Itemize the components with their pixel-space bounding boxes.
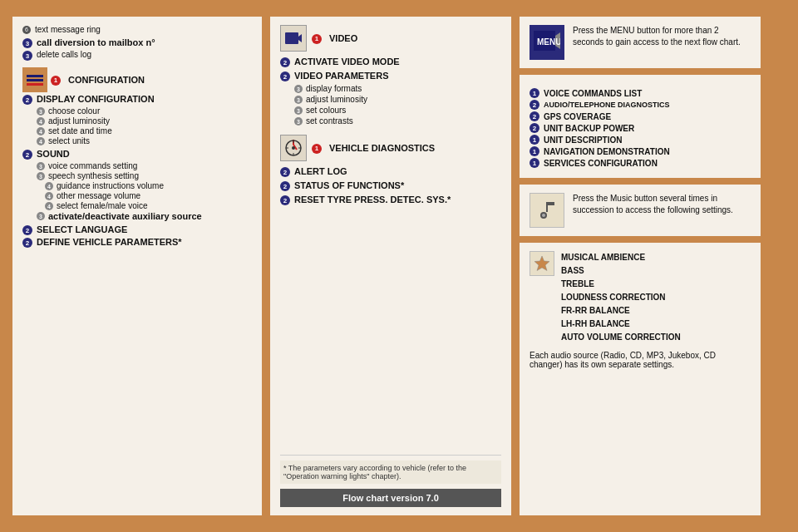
audio-tel-item: 2 AUDIO/TELEPHONE DIAGNOSTICS xyxy=(530,100,751,110)
music-box-top: Press the Music button several times in … xyxy=(530,193,751,228)
text-message-ring-item: 6 text message ring xyxy=(22,25,252,34)
select-language-label: SELECT LANGUAGE xyxy=(37,224,127,234)
female-male-label: select female/male voice xyxy=(57,201,148,210)
reset-tyre-label: RESET TYRE PRESS. DETEC. SYS.* xyxy=(294,195,451,204)
choose-colour-label: choose colour xyxy=(48,106,100,116)
badge-2-reset: 2 xyxy=(280,195,290,205)
activate-video-label: ACTIVATE VIDEO MODE xyxy=(294,57,400,66)
aux-source-item: 3 activate/deactivate auxiliary source xyxy=(37,211,252,221)
badge-4-lum: 4 xyxy=(37,117,45,126)
badge-2-lang: 2 xyxy=(22,225,32,235)
set-date-label: set date and time xyxy=(48,126,112,135)
svg-rect-3 xyxy=(285,32,298,44)
text-message-ring-label: text message ring xyxy=(35,25,101,34)
badge-2-backup: 2 xyxy=(530,123,539,133)
badge-3-delete: 3 xyxy=(22,51,32,61)
select-language-item: 2 SELECT LANGUAGE xyxy=(22,224,252,235)
center-footer: * The parameters vary according to vehic… xyxy=(280,455,501,507)
svg-marker-21 xyxy=(534,256,549,271)
delete-calls-item: 3 delete calls log xyxy=(22,50,252,61)
adjust-lum2-item: 3 adjust luminosity xyxy=(294,95,501,104)
badge-3-speech: 3 xyxy=(37,172,45,180)
video-header: 1 VIDEO xyxy=(280,25,501,52)
badge-2-status: 2 xyxy=(280,181,290,191)
video-title: VIDEO xyxy=(329,33,357,43)
badge-1-udesc: 1 xyxy=(530,135,539,145)
voice-commands-list-label: VOICE COMMANDS LIST xyxy=(544,89,642,98)
badge-1-vehicle: 1 xyxy=(312,144,322,154)
voice-commands-label: voice commands setting xyxy=(48,161,137,170)
set-contrasts-item: 3 set contrasts xyxy=(294,116,501,126)
set-contrasts-label: set contrasts xyxy=(306,116,353,126)
lh-rh-balance: LH-RH BALANCE xyxy=(561,318,681,331)
adjust-lum2-label: adjust luminosity xyxy=(306,95,367,104)
display-config-item: 2 DISPLAY CONFIGURATION xyxy=(22,94,252,105)
reset-tyre-item: 2 RESET TYRE PRESS. DETEC. SYS.* xyxy=(280,195,501,205)
left-panel: 6 text message ring 3 call diversion to … xyxy=(12,17,262,515)
badge-3-contrasts: 3 xyxy=(294,117,303,126)
unit-backup-item: 2 UNIT BACKUP POWER xyxy=(530,123,751,133)
menu-box-top: MENU MENU Press the MENU button for more… xyxy=(530,25,751,60)
badge-3-aux: 3 xyxy=(37,212,45,220)
main-container: 6 text message ring 3 call diversion to … xyxy=(0,0,798,532)
svg-rect-0 xyxy=(27,75,43,77)
video-params-label: VIDEO PARAMETERS xyxy=(294,71,388,81)
auto-volume: AUTO VOLUME CORRECTION xyxy=(561,331,681,344)
flowchart-label: Flow chart version 7.0 xyxy=(280,489,501,507)
audio-tel-label: AUDIO/TELEPHONE DIAGNOSTICS xyxy=(544,101,670,109)
svg-marker-4 xyxy=(298,34,302,42)
other-msg-item: 4 other message volume xyxy=(45,191,252,200)
define-vehicle-item: 2 DEFINE VEHICLE PARAMETERS* xyxy=(22,237,252,248)
define-vehicle-label: DEFINE VEHICLE PARAMETERS* xyxy=(37,237,182,247)
vehicle-icon xyxy=(280,135,307,161)
fr-rr-balance: FR-RR BALANCE xyxy=(561,304,681,318)
badge-3-call: 3 xyxy=(22,38,32,48)
svg-rect-20 xyxy=(546,202,554,205)
voice-commands-item: 3 voice commands setting xyxy=(37,161,252,170)
badge-1-config: 1 xyxy=(51,76,61,86)
badge-1-vcl: 1 xyxy=(530,88,539,98)
badge-2-gps: 2 xyxy=(530,111,539,121)
status-functions-item: 2 STATUS OF FUNCTIONS* xyxy=(280,180,501,191)
voice-commands-box: 1 VOICE COMMANDS LIST 2 AUDIO/TELEPHONE … xyxy=(520,75,761,178)
adjust-lum-item: 4 adjust luminosity xyxy=(37,116,252,126)
sound-title: SOUND xyxy=(37,149,70,159)
sound-item: 2 SOUND xyxy=(22,149,252,160)
display-formats-item: 3 display formats xyxy=(294,84,501,93)
nav-demo-label: NAVIGATION DEMONSTRATION xyxy=(544,147,670,156)
config-icon xyxy=(22,67,47,92)
badge-1-navdemo: 1 xyxy=(530,146,539,156)
configuration-title: CONFIGURATION xyxy=(68,75,145,85)
adjust-lum-label: adjust luminosity xyxy=(48,116,110,126)
badge-4-gender: 4 xyxy=(45,202,53,210)
activate-video-item: 2 ACTIVATE VIDEO MODE xyxy=(280,57,501,67)
voice-section-list: 1 VOICE COMMANDS LIST 2 AUDIO/TELEPHONE … xyxy=(530,88,751,168)
badge-2-display: 2 xyxy=(22,95,32,105)
unit-desc-item: 1 UNIT DESCRIPTION xyxy=(530,135,751,145)
right-panel: MENU MENU Press the MENU button for more… xyxy=(520,17,761,515)
musical-ambience: MUSICAL AMBIENCE xyxy=(561,251,681,264)
badge-3-voice: 3 xyxy=(37,162,45,170)
vehicle-diag-title: VEHICLE DIAGNOSTICS xyxy=(329,143,435,153)
select-units-label: select units xyxy=(48,136,90,145)
menu-box: MENU MENU Press the MENU button for more… xyxy=(520,17,761,68)
bass: BASS xyxy=(561,264,681,278)
female-male-item: 4 select female/male voice xyxy=(45,201,252,210)
guidance-vol-label: guidance instructions volume xyxy=(57,181,164,190)
choose-colour-item: 3 choose colour xyxy=(37,106,252,116)
other-msg-label: other message volume xyxy=(57,191,140,200)
badge-3-colour: 3 xyxy=(37,107,45,116)
unit-backup-label: UNIT BACKUP POWER xyxy=(544,124,634,133)
nav-demo-item: 1 NAVIGATION DEMONSTRATION xyxy=(530,146,751,156)
music-box-text: Press the Music button several times in … xyxy=(573,193,751,216)
badge-4-other: 4 xyxy=(45,192,53,200)
call-diversion-label: call diversion to mailbox n° xyxy=(37,37,155,47)
set-date-item: 4 set date and time xyxy=(37,126,252,135)
svg-rect-2 xyxy=(27,83,43,86)
bottom-note: Each audio source (Radio, CD, MP3, Jukeb… xyxy=(530,351,751,369)
musical-settings-box: MUSICAL AMBIENCE BASS TREBLE LOUDNESS CO… xyxy=(520,243,761,515)
musical-settings-text: MUSICAL AMBIENCE BASS TREBLE LOUDNESS CO… xyxy=(561,251,681,344)
speech-synthesis-label: speech synthesis setting xyxy=(48,171,139,180)
aux-source-label: activate/deactivate auxiliary source xyxy=(48,211,202,221)
svg-text:MENU: MENU xyxy=(537,37,560,47)
